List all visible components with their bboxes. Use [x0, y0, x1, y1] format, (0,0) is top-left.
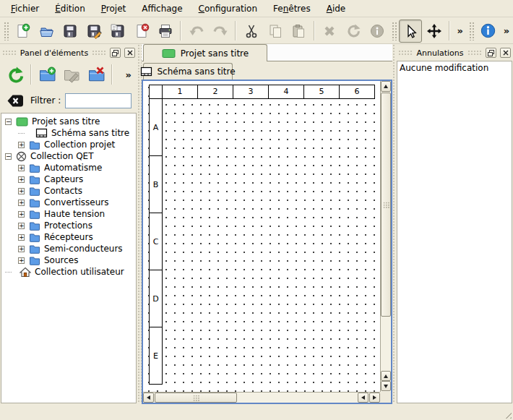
panel-overflow-chevron[interactable]: »: [122, 69, 137, 80]
new-category-button[interactable]: [35, 62, 59, 87]
scroll-left-button[interactable]: [143, 393, 154, 403]
tree-expander[interactable]: +: [18, 257, 25, 264]
toolbar-overflow-chevron[interactable]: »: [500, 25, 513, 36]
menu-fenetres[interactable]: Fenêtres: [265, 1, 319, 17]
save-icon: [62, 23, 78, 39]
info-button[interactable]: [366, 20, 389, 43]
tree-expander[interactable]: +: [18, 176, 25, 183]
new-document-button[interactable]: [11, 20, 35, 43]
tree-expander[interactable]: +: [18, 223, 25, 229]
tree-item-sources[interactable]: + Sources: [1, 254, 136, 266]
vertical-scroll-thumb[interactable]: [381, 93, 391, 317]
column-header: 1: [162, 85, 198, 99]
reload-collections-button[interactable]: [3, 62, 27, 87]
tree-expander[interactable]: +: [18, 165, 25, 171]
move-tool-button[interactable]: [422, 20, 446, 43]
tree-item-projet[interactable]: − Projet sans titre: [1, 116, 136, 127]
tree-item-collection-qet[interactable]: − Collection QET: [1, 150, 136, 162]
undo-button[interactable]: [184, 20, 208, 43]
tree-expander[interactable]: +: [18, 211, 25, 218]
tree-item-semi-conducteurs[interactable]: + Semi-conducteurs: [1, 243, 136, 254]
tree-expander[interactable]: +: [18, 200, 25, 206]
save-as-button[interactable]: [82, 20, 106, 43]
up-arrow-icon: [384, 85, 388, 88]
print-button[interactable]: [153, 20, 177, 43]
scroll-up-button[interactable]: [381, 81, 391, 92]
project-icon: [16, 117, 28, 127]
folder-icon: [29, 198, 40, 207]
tree-expander[interactable]: −: [5, 153, 12, 160]
tree-item-haute-tension[interactable]: + Haute tension: [1, 208, 136, 220]
tree-expander[interactable]: +: [18, 188, 25, 194]
close-document-button[interactable]: [130, 20, 154, 43]
status-bar: [0, 405, 513, 420]
scrollbar-corner: [380, 392, 391, 403]
tree-expander[interactable]: +: [18, 234, 25, 241]
tree-item-collection-projet[interactable]: + Collection projet: [1, 139, 136, 150]
undo-empty-item[interactable]: Aucune modification: [400, 63, 509, 73]
clear-filter-button[interactable]: [4, 92, 26, 109]
delete-button[interactable]: [318, 20, 342, 43]
toolbar-drag-handle[interactable]: [469, 22, 474, 40]
menu-affichage[interactable]: Affichage: [134, 1, 190, 17]
edit-category-button[interactable]: [59, 62, 84, 87]
menu-aide[interactable]: Aide: [319, 1, 354, 17]
menu-configuration[interactable]: Configuration: [191, 1, 265, 17]
filter-input[interactable]: [65, 93, 132, 108]
scroll-left-button-2[interactable]: [358, 393, 368, 403]
titlebar-texture: [2, 50, 17, 56]
save-all-icon: [110, 23, 126, 39]
menu-projet[interactable]: Projet: [93, 1, 134, 17]
tree-item-capteurs[interactable]: + Capteurs: [1, 173, 136, 185]
tree-expander[interactable]: +: [18, 142, 25, 148]
about-info-button[interactable]: [476, 20, 500, 43]
tree-item-protections[interactable]: + Protections: [1, 220, 136, 231]
save-all-button[interactable]: [106, 20, 130, 43]
tree-item-collection-utilisateur[interactable]: Collection utilisateur: [1, 266, 136, 278]
horizontal-scroll-thumb[interactable]: [155, 393, 237, 403]
select-tool-button[interactable]: [399, 20, 423, 43]
right-arrow-icon: [373, 395, 376, 400]
cut-button[interactable]: [239, 20, 263, 43]
toolbar-drag-handle[interactable]: [4, 22, 9, 40]
rotate-button[interactable]: [342, 20, 366, 43]
redo-button[interactable]: [208, 20, 232, 43]
tree-expander[interactable]: −: [5, 119, 12, 125]
tree-item-recepteurs[interactable]: + Récepteurs: [1, 231, 136, 243]
tab-projet-sans-titre[interactable]: Projet sans titre: [143, 44, 267, 61]
filter-label: Filtrer :: [30, 95, 61, 106]
tab-schema-sans-titre[interactable]: Schéma sans titre: [143, 63, 233, 80]
delete-category-button[interactable]: [84, 62, 108, 87]
titlebar-texture: [398, 50, 413, 56]
float-panel-button[interactable]: [486, 48, 496, 58]
undo-panel: Annulations Aucune modification: [396, 44, 513, 403]
close-panel-button[interactable]: [124, 48, 135, 58]
scroll-down-button[interactable]: [381, 381, 391, 391]
save-button[interactable]: [59, 20, 82, 43]
undo-icon: [189, 23, 204, 39]
float-panel-button[interactable]: [110, 48, 121, 58]
scroll-up-button-2[interactable]: [381, 371, 391, 381]
paste-button[interactable]: [287, 20, 311, 43]
horizontal-scrollbar[interactable]: [143, 392, 380, 403]
tree-expander[interactable]: +: [18, 246, 25, 252]
scroll-right-button[interactable]: [369, 393, 380, 403]
folder-edit-icon: [63, 66, 81, 84]
resize-grip[interactable]: [502, 409, 512, 419]
close-panel-button[interactable]: [500, 48, 511, 58]
new-document-icon: [14, 23, 30, 39]
open-document-button[interactable]: [35, 20, 59, 43]
menu-edition[interactable]: Édition: [47, 1, 93, 17]
tree-item-convertisseurs[interactable]: + Convertisseurs: [1, 197, 136, 208]
tree-item-contacts[interactable]: + Contacts: [1, 185, 136, 197]
tree-item-automatisme[interactable]: + Automatisme: [1, 162, 136, 173]
toolbar-overflow-chevron[interactable]: »: [453, 25, 466, 36]
tree-item-schema[interactable]: Schéma sans titre: [1, 127, 136, 139]
copy-button[interactable]: [263, 20, 287, 43]
toolbar-drag-handle[interactable]: [392, 22, 397, 40]
schema-canvas[interactable]: 1 2 3 4 5 6 A B C D E: [143, 81, 380, 392]
menu-fichier[interactable]: Fichier: [3, 1, 47, 17]
vertical-scrollbar[interactable]: [380, 81, 391, 392]
row-header: B: [149, 155, 163, 213]
folder-icon: [29, 210, 40, 219]
